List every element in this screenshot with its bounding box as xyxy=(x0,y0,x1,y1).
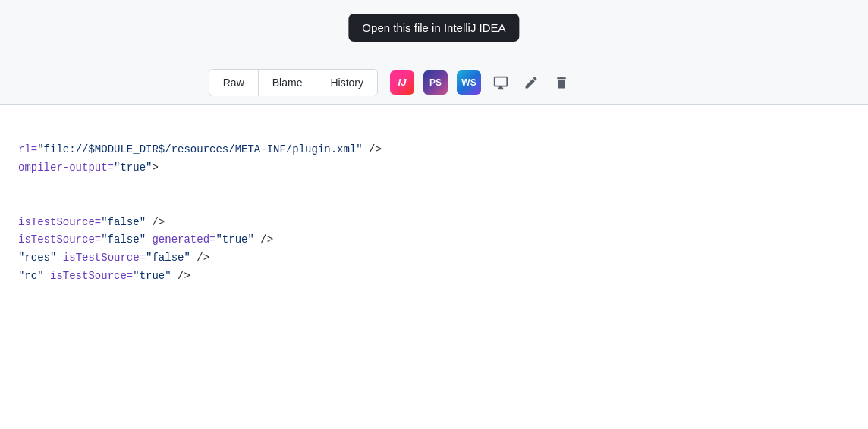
code-line xyxy=(0,177,868,196)
monitor-icon[interactable] xyxy=(490,72,511,93)
code-line: rl="file://$MODULE_DIR$/resources/META-I… xyxy=(0,141,868,159)
tab-raw[interactable]: Raw xyxy=(209,70,259,96)
tab-group: Raw Blame History xyxy=(209,69,378,96)
code-line xyxy=(0,123,868,141)
code-line: ompiler-output="true"> xyxy=(0,159,868,177)
intellij-icon[interactable]: IJ xyxy=(390,70,414,95)
code-area: rl="file://$MODULE_DIR$/resources/META-I… xyxy=(0,105,868,429)
code-line xyxy=(0,196,868,214)
tooltip: Open this file in IntelliJ IDEA xyxy=(348,14,519,42)
webstorm-icon[interactable]: WS xyxy=(457,70,481,95)
ide-icon-group: IJ PS WS xyxy=(390,70,572,95)
code-line: "rces" isTestSource="false" /> xyxy=(0,249,868,268)
code-line: isTestSource="false" /> xyxy=(0,214,868,232)
tab-blame[interactable]: Blame xyxy=(259,70,317,96)
phpstorm-icon[interactable]: PS xyxy=(423,70,448,95)
code-line: "rc" isTestSource="true" /> xyxy=(0,268,868,286)
delete-icon[interactable] xyxy=(551,72,572,93)
edit-icon[interactable] xyxy=(520,72,542,93)
tab-history[interactable]: History xyxy=(316,70,377,96)
toolbar: Raw Blame History IJ PS WS xyxy=(0,61,868,105)
code-line: isTestSource="false" generated="true" /> xyxy=(0,231,868,249)
